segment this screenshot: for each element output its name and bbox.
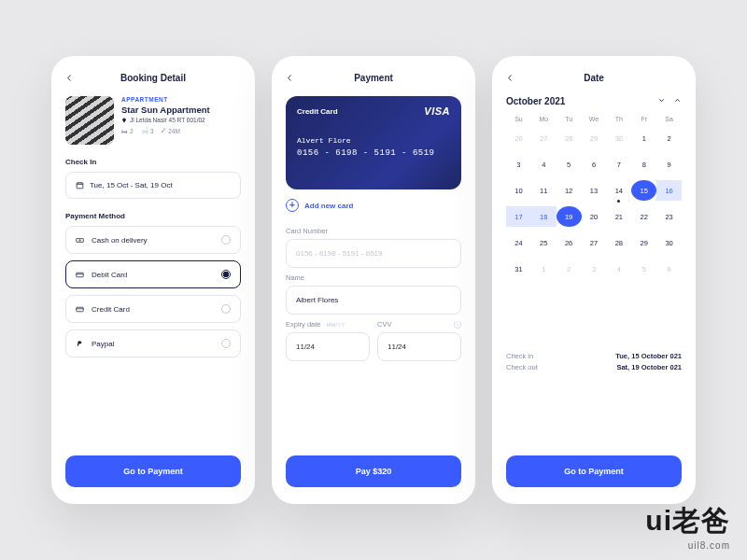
calendar-day[interactable]: 6 — [656, 259, 682, 279]
calendar-day[interactable]: 27 — [531, 128, 557, 148]
pay-option-cod[interactable]: Cash on delivery — [65, 226, 241, 254]
method-label: Payment Method — [65, 212, 241, 220]
calendar-day[interactable]: 19 — [557, 206, 582, 227]
page-title: Date — [584, 73, 604, 83]
calendar-day[interactable]: 2 — [656, 128, 682, 148]
calendar-day[interactable]: 29 — [631, 232, 656, 253]
date-value: Tue, 15 Oct - Sat, 19 Oct — [90, 181, 173, 189]
calendar-day[interactable]: 7 — [606, 154, 631, 175]
svg-rect-0 — [77, 183, 83, 189]
calendar-day[interactable]: 30 — [606, 128, 631, 148]
radio-icon — [221, 339, 231, 348]
calendar-day[interactable]: 4 — [606, 259, 631, 279]
listing-card[interactable]: APPARTMENT Star Sun Appartment Jl Letda … — [65, 96, 241, 145]
calendar-day[interactable]: 27 — [582, 232, 607, 253]
calendar-day[interactable]: 12 — [557, 180, 582, 201]
pay-option-label: Credit Card — [92, 305, 130, 314]
go-to-payment-button[interactable]: Go to Payment — [65, 455, 241, 487]
calendar-day[interactable]: 22 — [631, 206, 656, 227]
card-holder-name: Alvert Flore — [297, 136, 450, 145]
amenities: 🛏 2 🛁 3 ⤢ 24M — [121, 127, 241, 134]
calendar-day[interactable]: 6 — [582, 154, 607, 175]
payment-screen: Payment Credit Card VISA Alvert Flore 01… — [272, 56, 475, 504]
chevron-down-icon[interactable] — [657, 96, 666, 106]
calendar-day[interactable]: 3 — [506, 154, 531, 175]
radio-icon — [221, 270, 231, 279]
calendar-day[interactable]: 25 — [531, 232, 557, 253]
calendar-icon — [76, 181, 84, 189]
calendar-day[interactable]: 5 — [557, 154, 582, 175]
weekday: Th — [606, 116, 631, 122]
go-to-payment-button[interactable]: Go to Payment — [506, 455, 682, 487]
month-selector: October 2021 — [506, 96, 682, 106]
weekday: Fr — [631, 116, 656, 122]
back-icon[interactable] — [506, 74, 514, 82]
calendar-day[interactable]: 21 — [606, 206, 631, 227]
calendar-day[interactable]: 4 — [531, 154, 557, 175]
header: Payment — [286, 73, 461, 83]
pay-option-debit[interactable]: Debit Card — [65, 260, 241, 288]
watermark-url: uil8.com — [645, 540, 730, 551]
calendar-day[interactable]: 17 — [506, 206, 531, 227]
calendar-day[interactable]: 11 — [531, 180, 557, 201]
calendar-day[interactable]: 26 — [506, 128, 531, 148]
calendar-day[interactable]: 26 — [557, 232, 582, 253]
pay-button[interactable]: Pay $320 — [286, 455, 461, 487]
calendar-day[interactable]: 2 — [557, 259, 582, 279]
pay-option-credit[interactable]: Credit Card — [65, 295, 241, 323]
calendar-day[interactable]: 1 — [631, 128, 656, 148]
checkout-value: Sat, 19 October 021 — [616, 363, 682, 371]
date-field[interactable]: Tue, 15 Oct - Sat, 19 Oct — [65, 172, 241, 199]
svg-rect-4 — [77, 307, 84, 312]
calendar-day[interactable]: 31 — [506, 259, 531, 279]
calendar-day[interactable]: 5 — [631, 259, 656, 279]
cash-icon — [76, 236, 84, 245]
calendar-day[interactable]: 15 — [631, 180, 656, 201]
calendar-day[interactable]: 13 — [582, 180, 607, 201]
calendar-day[interactable]: 16 — [656, 180, 682, 201]
card-number-display: 0156 - 6198 - 5191 - 6519 — [297, 148, 450, 158]
calendar-day[interactable]: 28 — [557, 128, 582, 148]
svg-rect-3 — [77, 273, 84, 277]
add-card-button[interactable]: + Add new card — [286, 199, 461, 212]
radio-icon — [221, 235, 231, 245]
card-number-input[interactable]: 0156 - 6198 - 5191 - 6519 — [286, 239, 461, 268]
credit-card[interactable]: Credit Card VISA Alvert Flore 0156 - 619… — [286, 96, 461, 189]
calendar-day[interactable]: 3 — [582, 259, 607, 279]
listing-tag: APPARTMENT — [121, 96, 241, 103]
month-title: October 2021 — [506, 96, 565, 106]
calendar-day[interactable]: 8 — [631, 154, 656, 175]
calendar-day[interactable]: 20 — [582, 206, 607, 227]
weekday: Mo — [531, 116, 557, 122]
calendar-day[interactable]: 29 — [582, 128, 607, 148]
calendar-day[interactable]: 10 — [506, 180, 531, 201]
pay-option-paypal[interactable]: Paypal — [65, 329, 241, 357]
add-card-label: Add new card — [304, 202, 353, 210]
chevron-up-icon[interactable] — [673, 96, 682, 106]
expiry-input[interactable]: 11/24 — [286, 332, 370, 361]
card-icon — [76, 305, 84, 314]
pay-option-label: Paypal — [92, 340, 114, 348]
card-icon — [76, 271, 84, 279]
calendar-day[interactable]: 1 — [531, 259, 557, 279]
card-number-label: Card Number — [286, 227, 461, 235]
back-icon[interactable] — [286, 74, 294, 82]
calendar-day[interactable]: 30 — [656, 232, 682, 253]
checkout-label: Check out — [506, 363, 538, 371]
calendar-day[interactable]: 9 — [656, 154, 682, 175]
info-icon[interactable]: ⓘ — [454, 320, 461, 330]
weekday: Sa — [656, 116, 682, 122]
calendar-day[interactable]: 28 — [606, 232, 631, 253]
calendar-day[interactable]: 24 — [506, 232, 531, 253]
weekday: Su — [506, 116, 531, 122]
name-input[interactable]: Albert Flores — [286, 286, 461, 315]
calendar-day[interactable]: 18 — [531, 206, 557, 227]
calendar-day[interactable]: 14 — [606, 180, 631, 201]
back-icon[interactable] — [65, 74, 74, 82]
bed-icon: 🛏 2 — [121, 127, 134, 134]
radio-icon — [221, 304, 231, 314]
weekday-row: SuMoTuWeThFrSa — [506, 116, 682, 122]
cvv-input[interactable]: 11/24 — [377, 332, 461, 361]
address-text: Jl Letda Nasir 45 RT 001/02 — [130, 117, 205, 123]
calendar-day[interactable]: 23 — [656, 206, 682, 227]
